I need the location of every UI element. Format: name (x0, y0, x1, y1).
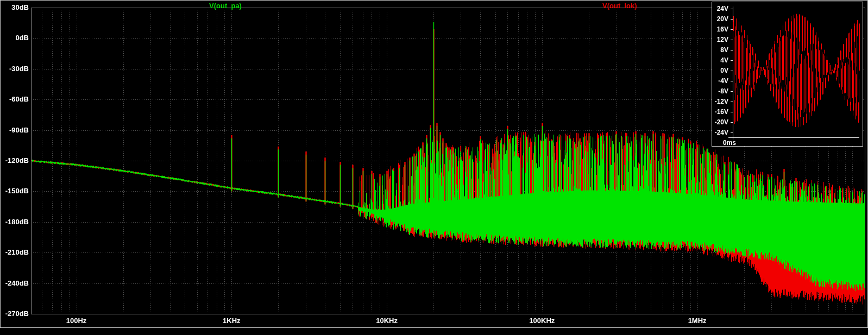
transient-plot-canvas[interactable] (712, 2, 863, 146)
y-axis-tick-label: -240dB (1, 279, 29, 288)
y-axis-tick-label: -150dB (1, 187, 29, 195)
inset-x-axis-label: 0ms (723, 139, 736, 147)
plot-window: V(out_pa) V(out_lok) 30dB0dB-30dB-60dB-9… (0, 0, 868, 335)
inset-y-axis-tick-label: -4V (712, 77, 728, 85)
inset-y-axis-tick-label: 16V (712, 26, 728, 33)
trace-label-v-out-lok[interactable]: V(out_lok) (602, 2, 637, 10)
y-axis-tick-label: -210dB (1, 248, 29, 257)
inset-y-axis-tick-label: -24V (712, 129, 728, 136)
inset-y-axis-tick-label: -16V (712, 108, 728, 116)
y-axis-tick-label: -180dB (1, 218, 29, 226)
y-axis-tick-label: -120dB (1, 156, 29, 165)
y-axis-tick-label: 0dB (1, 34, 29, 42)
y-axis-tick-label: -270dB (1, 309, 29, 318)
inset-y-axis-tick-label: -20V (712, 118, 728, 126)
y-axis-tick-label: -30dB (1, 65, 29, 73)
inset-y-axis-tick-label: 4V (712, 56, 728, 64)
x-axis-tick-label: 100KHz (529, 317, 555, 325)
inset-y-axis-tick-label: -12V (712, 98, 728, 105)
y-axis-tick-label: -90dB (1, 126, 29, 135)
trace-label-v-out-pa[interactable]: V(out_pa) (209, 2, 242, 10)
x-axis-tick-label: 1KHz (223, 317, 241, 325)
x-axis-tick-label: 1MHz (688, 317, 707, 325)
inset-y-axis-tick-label: -8V (712, 87, 728, 95)
y-axis-tick-label: 30dB (1, 3, 29, 12)
fft-plot-pane: V(out_pa) V(out_lok) 30dB0dB-30dB-60dB-9… (0, 0, 868, 328)
x-axis-tick-label: 100Hz (66, 317, 87, 325)
inset-y-axis-tick-label: 8V (712, 46, 728, 54)
inset-y-axis-tick-label: 24V (712, 5, 728, 12)
x-axis-tick-label: 10KHz (376, 317, 398, 325)
inset-y-axis-tick-label: 20V (712, 15, 728, 23)
y-axis-tick-label: -60dB (1, 95, 29, 104)
transient-inset-pane: 24V20V16V12V8V4V0V-4V-8V-12V-16V-20V-24V… (712, 2, 863, 147)
inset-y-axis-tick-label: 0V (712, 67, 728, 74)
inset-y-axis-tick-label: 12V (712, 36, 728, 43)
